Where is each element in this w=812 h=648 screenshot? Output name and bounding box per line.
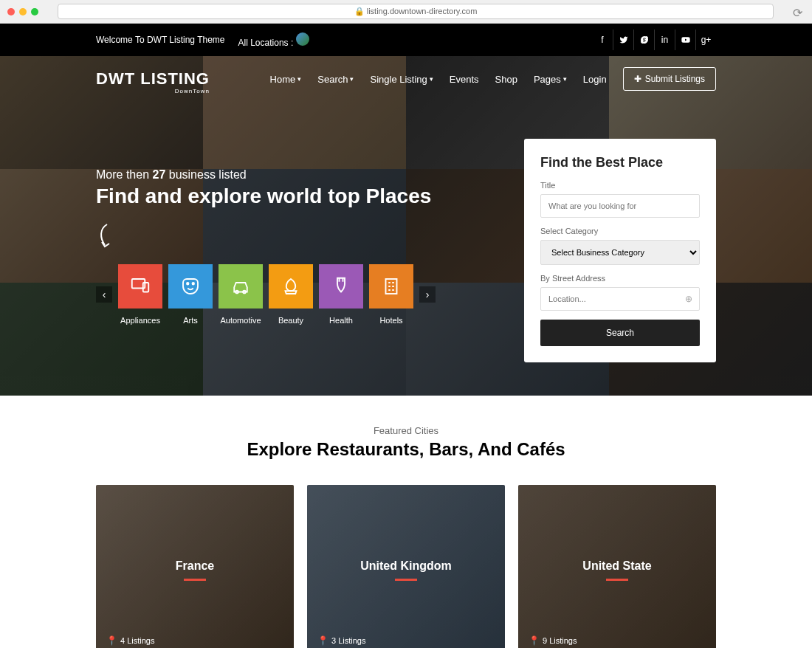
nav-search[interactable]: Search▾: [317, 74, 354, 85]
cat-label: Beauty: [269, 316, 313, 325]
city-count: 📍3 Listings: [317, 635, 365, 646]
cat-next-button[interactable]: ›: [419, 286, 436, 303]
globe-icon: [296, 32, 309, 46]
pin-icon: 📍: [317, 635, 328, 646]
city-count: 📍4 Listings: [106, 635, 154, 646]
cat-hotels[interactable]: [369, 264, 413, 309]
url-bar[interactable]: 🔒 listing.downtown-directory.com: [58, 4, 774, 19]
svg-rect-1: [143, 283, 149, 292]
city-card-france[interactable]: France 📍4 Listings: [96, 485, 294, 648]
address-label: By Street Address: [540, 274, 700, 283]
nav-home[interactable]: Home▾: [270, 74, 302, 85]
svg-point-2: [187, 283, 189, 285]
pin-icon: 📍: [529, 635, 540, 646]
city-card-us[interactable]: United State 📍9 Listings: [518, 485, 716, 648]
chevron-down-icon: ▾: [563, 75, 567, 83]
nav-login[interactable]: Login: [583, 74, 607, 85]
submit-listings-button[interactable]: ✚Submit Listings: [623, 67, 716, 91]
top-bar: Welcome To DWT Listing Theme All Locatio…: [0, 24, 812, 56]
svg-point-3: [193, 283, 195, 285]
chevron-down-icon: ▾: [430, 75, 433, 83]
cat-appliances[interactable]: [118, 264, 162, 309]
city-count: 📍9 Listings: [529, 635, 577, 646]
logo[interactable]: DWT LISTINGDownTown: [96, 69, 210, 89]
cat-label: Automotive: [219, 316, 263, 325]
chevron-down-icon: ▾: [297, 75, 301, 83]
accent-line: [606, 579, 628, 581]
accent-line: [184, 579, 206, 581]
nav-pages[interactable]: Pages▾: [534, 74, 567, 85]
search-button[interactable]: Search: [540, 320, 700, 346]
hero-subtitle: More then 27 business listed: [96, 168, 495, 182]
welcome-text: Welcome To DWT Listing Theme: [96, 35, 225, 45]
nav-single-listing[interactable]: Single Listing▾: [370, 74, 433, 85]
cat-arts[interactable]: [168, 264, 213, 309]
locate-icon[interactable]: ⊕: [685, 294, 692, 304]
category-select[interactable]: Select Business Category: [540, 240, 700, 265]
window-min[interactable]: [19, 8, 27, 15]
city-name: France: [176, 559, 214, 573]
hero-title: Find and explore world top Places: [96, 185, 495, 208]
cat-label: Arts: [168, 316, 213, 325]
facebook-icon[interactable]: f: [592, 30, 613, 50]
title-input[interactable]: [540, 194, 700, 218]
location-input[interactable]: [540, 287, 700, 311]
twitter-icon[interactable]: [613, 30, 633, 50]
locations-link[interactable]: All Locations :: [238, 32, 309, 48]
city-name: United Kingdom: [360, 559, 452, 573]
reload-icon[interactable]: ⟳: [793, 6, 805, 18]
googleplus-icon[interactable]: g+: [695, 30, 716, 50]
search-card-title: Find the Best Place: [540, 155, 700, 170]
hero-section: DWT LISTINGDownTown Home▾ Search▾ Single…: [0, 56, 812, 396]
browser-chrome: 🔒 listing.downtown-directory.com ⟳: [0, 0, 812, 24]
arrow-curve-icon: [96, 223, 495, 255]
featured-section: Featured Cities Explore Restaurants, Bar…: [0, 396, 812, 648]
linkedin-icon[interactable]: in: [654, 30, 675, 50]
cat-prev-button[interactable]: ‹: [96, 286, 112, 303]
accent-line: [395, 579, 417, 581]
city-name: United State: [582, 559, 651, 573]
cat-automotive[interactable]: [219, 264, 263, 309]
cat-health[interactable]: [319, 264, 363, 309]
cat-label: Appliances: [118, 316, 162, 325]
chevron-down-icon: ▾: [350, 75, 354, 83]
main-nav: DWT LISTINGDownTown Home▾ Search▾ Single…: [0, 56, 812, 102]
city-card-uk[interactable]: United Kingdom 📍3 Listings: [307, 485, 505, 648]
title-label: Title: [540, 181, 700, 190]
featured-subtitle: Featured Cities: [96, 425, 716, 436]
cat-label: Health: [319, 316, 363, 325]
featured-title: Explore Restaurants, Bars, And Cafés: [96, 439, 716, 460]
nav-events[interactable]: Events: [450, 74, 479, 85]
cat-beauty[interactable]: [269, 264, 313, 309]
nav-shop[interactable]: Shop: [495, 74, 517, 85]
plus-icon: ✚: [634, 74, 641, 84]
category-label: Select Category: [540, 227, 700, 235]
window-close[interactable]: [7, 8, 15, 15]
cat-label: Hotels: [369, 316, 413, 325]
window-max[interactable]: [31, 8, 38, 15]
search-card: Find the Best Place Title Select Categor…: [524, 139, 716, 362]
youtube-icon[interactable]: [675, 30, 695, 50]
svg-rect-6: [386, 279, 397, 294]
skype-icon[interactable]: [633, 30, 654, 50]
pin-icon: 📍: [106, 635, 117, 646]
